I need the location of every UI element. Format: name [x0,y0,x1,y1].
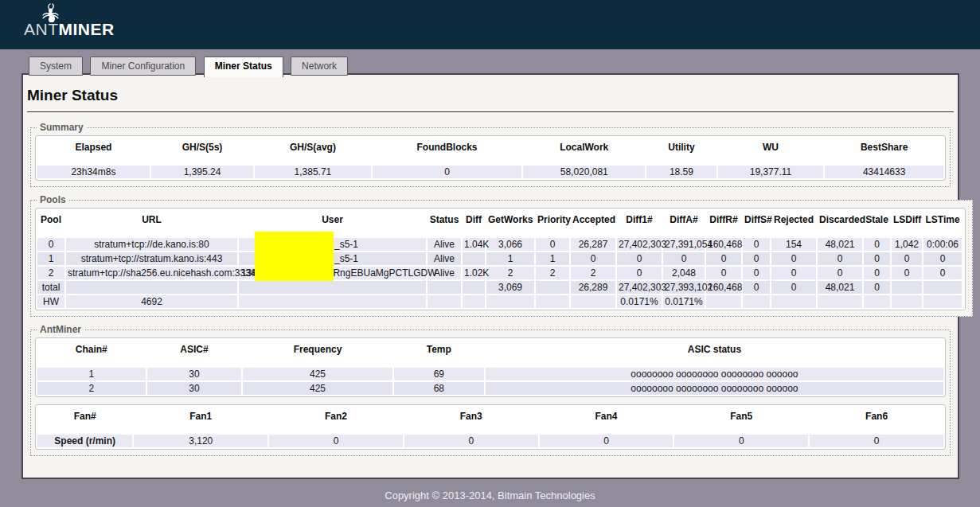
column-header: Fan6 [810,407,943,433]
table-cell: 2 [37,382,146,395]
table-cell: 0 [923,267,962,279]
table-cell: 0 [864,238,890,251]
tab-miner-configuration[interactable]: Miner Configuration [90,57,196,76]
column-header: Fan1 [134,407,267,433]
table-cell: 0 [923,252,962,265]
column-header: FoundBlocks [373,138,522,164]
pools-section: Pools PoolURLUserStatusDiffGetWorksPrior… [30,194,973,317]
column-header: LocalWork [523,138,645,164]
table-cell [864,295,890,308]
table-cell [743,295,770,308]
tab-bar: System Miner Configuration Miner Status … [0,49,980,73]
table-cell [486,295,534,308]
column-header: Discarded [818,210,862,236]
summary-section: Summary ElapsedGH/S(5s)GH/S(avg)FoundBlo… [30,122,951,187]
table-cell: oooooooo oooooooo oooooooo oooooo [486,382,943,395]
table-cell: 2 [37,267,64,279]
table-cell: 27,393,102 [663,281,705,294]
column-header: Fan4 [540,407,674,433]
table-cell: 160,468 [706,281,741,294]
column-header: LSTime [923,210,962,236]
table-row: 23042568oooooooo oooooooo oooooooo ooooo… [37,382,943,395]
column-header: LSDiff [892,210,922,236]
table-cell: 27,402,303 [617,238,662,251]
chain-table-box: Chain#ASIC#FrequencyTempASIC status 1304… [35,337,946,397]
table-cell: Alive [428,238,461,251]
table-cell: 0 [864,281,890,294]
table-cell [428,281,461,294]
summary-legend: Summary [37,122,87,133]
antminer-section: AntMiner Chain#ASIC#FrequencyTempASIC st… [30,324,951,456]
column-header: BestShare [825,138,943,164]
table-cell: 1,042 [892,238,922,251]
column-header: GH/S(5s) [151,138,253,164]
summary-table-box: ElapsedGH/S(5s)GH/S(avg)FoundBlocksLocal… [35,135,946,181]
table-cell [463,252,485,265]
table-cell: 26,287 [571,238,615,251]
table-cell: 48,021 [818,238,862,251]
table-cell: 0 [771,252,816,265]
table-cell: 23h34m8s [37,166,150,178]
column-header: Status [428,210,461,236]
table-cell: Speed (r/min) [37,435,132,447]
table-cell: 0 [663,252,705,265]
page-title: Miner Status [27,87,951,104]
table-cell: 0 [373,166,522,178]
column-header: GH/S(avg) [255,138,370,164]
table-row: Speed (r/min)3,12000000 [37,435,943,447]
table-cell: 425 [243,382,392,395]
table-cell: 1 [37,252,64,265]
fan-table: Fan#Fan1Fan2Fan3Fan4Fan5Fan6 Speed (r/mi… [36,405,945,449]
table-cell: oooooooo oooooooo oooooooo oooooo [486,368,943,380]
table-cell: 2 [486,267,534,279]
table-cell: 0 [818,267,862,279]
tab-network[interactable]: Network [291,57,348,76]
table-cell [428,295,461,308]
table-cell: stratum+tcp://sha256.eu.nicehash.com:333… [66,267,237,279]
table-cell: 425 [243,368,392,380]
table-cell: 19,377.11 [718,166,824,178]
table-cell: 0.0171% [663,295,705,308]
column-header: Stale [864,210,890,236]
table-cell: 3,120 [134,435,267,447]
table-cell [706,295,741,308]
table-row: 13042569oooooooo oooooooo oooooooo ooooo… [37,368,943,380]
fan-table-box: Fan#Fan1Fan2Fan3Fan4Fan5Fan6 Speed (r/mi… [35,404,946,450]
tab-miner-status[interactable]: Miner Status [204,57,283,77]
table-cell: 1 [536,252,569,265]
table-cell: 0 [37,238,64,251]
pools-table-box: PoolURLUserStatusDiffGetWorksPriorityAcc… [35,208,966,310]
table-cell: stratum+tcp://de.kano.is:80 [66,238,237,251]
column-header: Chain# [37,340,146,366]
table-cell: 0 [404,435,538,447]
column-header: ASIC# [147,340,242,366]
table-cell: 0:00:06 [923,238,962,251]
table-cell: 30 [147,382,242,395]
table-cell [463,295,485,308]
table-cell: 0 [269,435,403,447]
antminer-legend: AntMiner [37,324,84,335]
table-cell [239,295,426,308]
top-banner: ANTMINER [0,0,980,49]
table-cell: 4692 [66,295,237,308]
table-cell: 0 [864,252,890,265]
table-cell: 27,391,054 [663,238,705,251]
table-cell: 154 [771,238,816,251]
table-cell: 0 [743,267,770,279]
table-cell: 3,066 [486,238,534,251]
table-cell: 0 [706,252,741,265]
table-row: 0stratum+tcp://de.kano.is:80_s5-1Alive1.… [37,238,962,251]
column-header: Diff1# [617,210,662,236]
logo: ANTMINER [24,20,115,39]
table-cell: 0 [771,281,816,294]
column-header: Temp [394,340,484,366]
table-cell: HW [37,295,64,308]
table-cell: 0 [743,252,770,265]
chain-table: Chain#ASIC#FrequencyTempASIC status 1304… [36,338,945,396]
table-cell: 1 [486,252,534,265]
table-cell: 2,048 [663,267,705,279]
table-cell: 1,395.24 [151,166,253,178]
tab-system[interactable]: System [29,57,83,76]
column-header: Accepted [571,210,615,236]
column-header: URL [66,210,237,236]
